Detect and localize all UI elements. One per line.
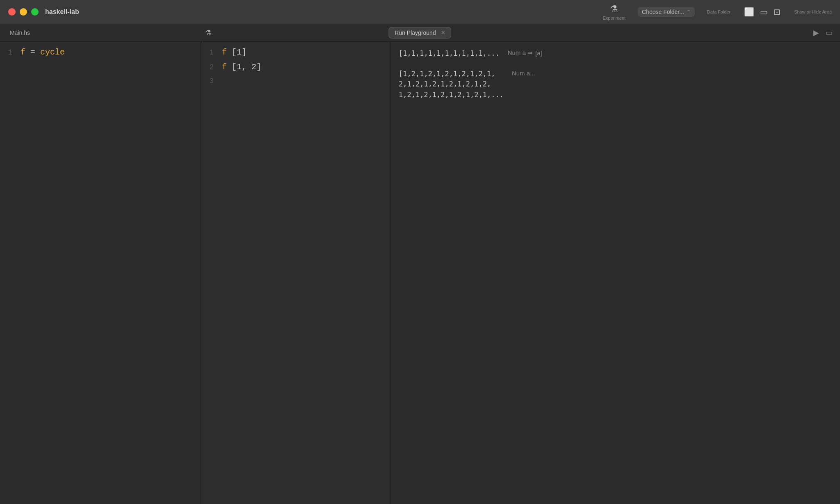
code-content-1[interactable]: f = cycle: [21, 46, 65, 59]
folder-chooser-text: Choose Folder...: [642, 9, 684, 15]
result-row-2: [1,2,1,2,1,2,1,2,1,2,1, 2,1,2,1,2,1,2,1,…: [399, 69, 832, 100]
code-line-1: 1 f = cycle: [0, 45, 201, 60]
close-playground-icon[interactable]: ✕: [441, 30, 445, 36]
result-type-prefix-2: Num a...: [512, 69, 535, 77]
playground-f-2: f: [222, 62, 227, 72]
data-folder-label: Data Folder: [707, 9, 730, 14]
layout-icon-1[interactable]: ⬜: [743, 6, 756, 18]
editor-panel: 1 f = cycle: [0, 42, 201, 504]
tab-filename[interactable]: Main.hs: [0, 24, 40, 41]
result-type-suffix-1: [a]: [535, 49, 542, 57]
playground-line-num-3: 3: [201, 75, 222, 87]
layout-icons: ⬜ ▭ ⊡: [743, 6, 782, 18]
playground-divider-icon: ⚗: [205, 29, 212, 37]
minimize-panel-button[interactable]: ▭: [823, 27, 835, 39]
playground-line-3: 3: [201, 75, 390, 88]
maximize-button[interactable]: [31, 8, 39, 16]
result-type-1: Num a ⇒ [a]: [508, 48, 542, 57]
code-cycle: cycle: [40, 48, 65, 57]
tabbar-right-actions: ▶ ▭: [811, 27, 840, 39]
chevron-icon: ⌃: [687, 9, 691, 15]
results-panel: [1,1,1,1,1,1,1,1,1,1,... Num a ⇒ [a] [1,…: [390, 42, 840, 504]
line-number-1: 1: [0, 47, 21, 59]
playground-line-1: 1 f [1]: [201, 45, 390, 60]
traffic-lights: [8, 8, 39, 16]
result-row-1: [1,1,1,1,1,1,1,1,1,1,... Num a ⇒ [a]: [399, 48, 832, 59]
result-value-1: [1,1,1,1,1,1,1,1,1,1,...: [399, 48, 500, 59]
close-button[interactable]: [8, 8, 16, 16]
code-equals: =: [30, 48, 40, 57]
tabbar: Main.hs ⚗ Run Playground ✕ ▶ ▭: [0, 24, 840, 42]
minimize-button[interactable]: [20, 8, 27, 16]
playground-line-num-2: 2: [201, 61, 222, 73]
playground-content-2[interactable]: f [1, 2]: [222, 61, 261, 74]
playground-arg-1: [1]: [232, 48, 247, 57]
show-hide-label: Show or Hide Area: [794, 9, 832, 14]
playground-panel: 1 f [1] 2 f [1, 2] 3: [201, 42, 390, 504]
titlebar: haskell-lab ⚗ Experiment Choose Folder..…: [0, 0, 840, 24]
run-playground-button[interactable]: Run Playground ✕: [388, 27, 451, 39]
playground-f-1: f: [222, 48, 227, 57]
main-content: 1 f = cycle 1 f [1] 2 f [1, 2] 3: [0, 42, 840, 504]
experiment-icon: ⚗: [610, 4, 618, 14]
layout-icon-2[interactable]: ▭: [759, 6, 769, 18]
run-playground-label: Run Playground: [395, 30, 436, 36]
result-type-2: Num a...: [512, 69, 535, 77]
app-title: haskell-lab: [45, 8, 79, 16]
playground-content-1[interactable]: f [1]: [222, 46, 247, 59]
experiment-action[interactable]: ⚗ Experiment: [603, 4, 625, 20]
titlebar-actions: ⚗ Experiment Choose Folder... ⌃ Data Fol…: [603, 4, 832, 20]
play-button[interactable]: ▶: [811, 27, 822, 39]
folder-chooser[interactable]: Choose Folder... ⌃: [638, 7, 695, 17]
experiment-label: Experiment: [603, 16, 625, 20]
result-type-prefix-1: Num a ⇒: [508, 48, 533, 57]
result-value-2: [1,2,1,2,1,2,1,2,1,2,1, 2,1,2,1,2,1,2,1,…: [399, 69, 504, 100]
playground-line-2: 2 f [1, 2]: [201, 60, 390, 75]
code-function-f: f: [21, 48, 25, 57]
playground-arg-2: [1, 2]: [232, 62, 261, 72]
layout-icon-3[interactable]: ⊡: [772, 6, 782, 18]
playground-tab: Run Playground ✕: [388, 27, 451, 39]
playground-line-num-1: 1: [201, 47, 222, 59]
